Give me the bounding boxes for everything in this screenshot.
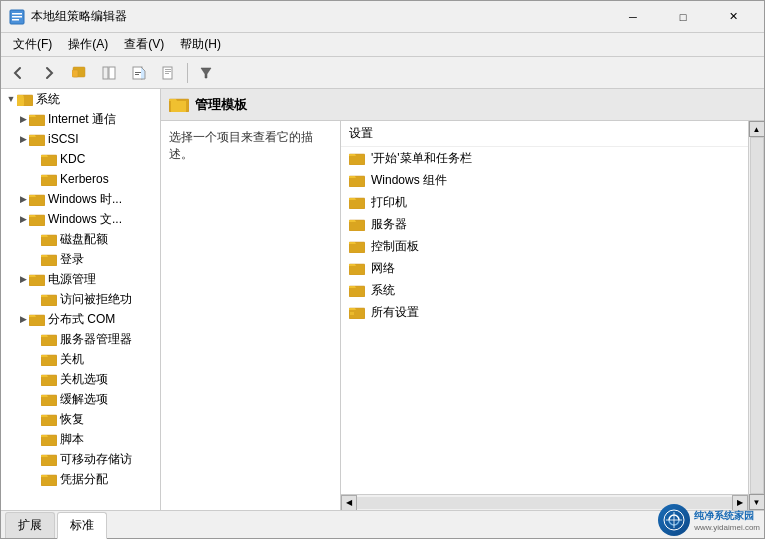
svg-rect-47 xyxy=(350,312,354,315)
settings-item-windows-components[interactable]: Windows 组件 xyxy=(341,169,748,191)
maximize-button[interactable]: □ xyxy=(660,5,706,29)
settings-item-printer[interactable]: 打印机 xyxy=(341,191,748,213)
help-button[interactable] xyxy=(155,60,183,86)
settings-item-server[interactable]: 服务器 xyxy=(341,213,748,235)
tree-item-access-denied[interactable]: ▶ 访问被拒绝功 xyxy=(1,289,160,309)
menu-help[interactable]: 帮助(H) xyxy=(172,34,229,55)
tree-item-internet[interactable]: ▶ Internet 通信 xyxy=(1,109,160,129)
close-button[interactable]: ✕ xyxy=(710,5,756,29)
right-content: 选择一个项目来查看它的描述。 设置 '开始'菜单和任务栏 xyxy=(161,121,764,510)
export-button[interactable] xyxy=(125,60,153,86)
title-bar: 本地组策略编辑器 ─ □ ✕ xyxy=(1,1,764,33)
menu-action[interactable]: 操作(A) xyxy=(60,34,116,55)
tree-item-windows-file[interactable]: ▶ Windows 文... xyxy=(1,209,160,229)
folder-icon-dcom xyxy=(29,312,45,326)
folder-icon-access-denied xyxy=(41,292,57,306)
svg-rect-38 xyxy=(171,101,186,112)
settings-label-0: '开始'菜单和任务栏 xyxy=(371,150,472,167)
settings-folder-icon-5 xyxy=(349,261,365,275)
folder-icon-windows-time xyxy=(29,192,45,206)
up-button[interactable] xyxy=(65,60,93,86)
label-shutdown: 关机 xyxy=(60,351,84,368)
tab-standard[interactable]: 标准 xyxy=(57,512,107,539)
tree-item-scripts[interactable]: ▶ 脚本 xyxy=(1,429,160,449)
tree-item-shutdown[interactable]: ▶ 关机 xyxy=(1,349,160,369)
tree-item-iscsi[interactable]: ▶ iSCSI xyxy=(1,129,160,149)
settings-folder-icon-2 xyxy=(349,195,365,209)
scroll-up-button[interactable]: ▲ xyxy=(749,121,765,137)
right-header-title: 管理模板 xyxy=(195,96,247,114)
settings-label-5: 网络 xyxy=(371,260,395,277)
scroll-track[interactable] xyxy=(750,137,764,494)
label-credentials: 凭据分配 xyxy=(60,471,108,488)
window-title: 本地组策略编辑器 xyxy=(31,8,610,25)
scroll-left-button[interactable]: ◀ xyxy=(341,495,357,511)
forward-button[interactable] xyxy=(35,60,63,86)
minimize-button[interactable]: ─ xyxy=(610,5,656,29)
logo-area: 纯净系统家园 www.yidaimei.com xyxy=(658,504,760,536)
tree-item-shutdown-opts[interactable]: ▶ 关机选项 xyxy=(1,369,160,389)
settings-item-system[interactable]: 系统 xyxy=(341,279,748,301)
menu-file[interactable]: 文件(F) xyxy=(5,34,60,55)
root-arrow: ▼ xyxy=(5,93,17,105)
settings-folder-icon-7 xyxy=(349,305,365,319)
tree-item-dcom[interactable]: ▶ 分布式 COM xyxy=(1,309,160,329)
right-header-folder-icon xyxy=(169,95,189,115)
main-area: ▼ 系统 ▶ Internet 通信 ▶ xyxy=(1,89,764,510)
menu-view[interactable]: 查看(V) xyxy=(116,34,172,55)
right-pane: 管理模板 选择一个项目来查看它的描述。 设置 xyxy=(161,89,764,510)
svg-rect-13 xyxy=(165,71,171,72)
tree-item-login[interactable]: ▶ 登录 xyxy=(1,249,160,269)
svg-rect-5 xyxy=(72,70,78,77)
main-window: 本地组策略编辑器 ─ □ ✕ 文件(F) 操作(A) 查看(V) 帮助(H) xyxy=(0,0,765,539)
tree-item-power[interactable]: ▶ 电源管理 xyxy=(1,269,160,289)
tree-root[interactable]: ▼ 系统 xyxy=(1,89,160,109)
folder-icon-shutdown xyxy=(41,352,57,366)
settings-item-all[interactable]: 所有设置 xyxy=(341,301,748,323)
settings-folder-icon-6 xyxy=(349,283,365,297)
tree-item-server-manager[interactable]: ▶ 服务器管理器 xyxy=(1,329,160,349)
settings-item-control-panel[interactable]: 控制面板 xyxy=(341,235,748,257)
label-kerberos: Kerberos xyxy=(60,172,109,186)
svg-rect-12 xyxy=(165,69,171,70)
label-iscsi: iSCSI xyxy=(48,132,79,146)
arrow-iscsi: ▶ xyxy=(17,133,29,145)
folder-icon-kdc xyxy=(41,152,57,166)
svg-marker-15 xyxy=(201,68,211,78)
svg-rect-17 xyxy=(17,97,24,106)
tree-item-credentials[interactable]: ▶ 凭据分配 xyxy=(1,469,160,489)
tab-expand[interactable]: 扩展 xyxy=(5,512,55,538)
tree-item-kdc[interactable]: ▶ KDC xyxy=(1,149,160,169)
settings-label-2: 打印机 xyxy=(371,194,407,211)
label-dcom: 分布式 COM xyxy=(48,311,115,328)
settings-item-network[interactable]: 网络 xyxy=(341,257,748,279)
tree-item-removable[interactable]: ▶ 可移动存储访 xyxy=(1,449,160,469)
bottom-bar: 扩展 标准 纯净系统家园 www.yidaimei.com xyxy=(1,510,764,538)
folder-icon-iscsi xyxy=(29,132,45,146)
toolbar-separator xyxy=(187,63,188,83)
tree-item-disk[interactable]: ▶ 磁盘配额 xyxy=(1,229,160,249)
root-folder-icon xyxy=(17,92,33,106)
label-access-denied: 访问被拒绝功 xyxy=(60,291,132,308)
root-label: 系统 xyxy=(36,91,60,108)
tree-item-kerberos[interactable]: ▶ Kerberos xyxy=(1,169,160,189)
settings-folder-icon-3 xyxy=(349,217,365,231)
folder-icon-internet xyxy=(29,112,45,126)
label-scripts: 脚本 xyxy=(60,431,84,448)
left-pane: ▼ 系统 ▶ Internet 通信 ▶ xyxy=(1,89,161,510)
arrow-windows-time: ▶ xyxy=(17,193,29,205)
svg-rect-6 xyxy=(103,67,108,79)
folder-icon-shutdown-opts xyxy=(41,372,57,386)
svg-rect-10 xyxy=(135,74,139,75)
tree-item-recovery[interactable]: ▶ 恢复 xyxy=(1,409,160,429)
folder-icon-login xyxy=(41,252,57,266)
svg-rect-3 xyxy=(12,19,19,21)
tree-item-windows-time[interactable]: ▶ Windows 时... xyxy=(1,189,160,209)
back-button[interactable] xyxy=(5,60,33,86)
tree-item-mitigation[interactable]: ▶ 缓解选项 xyxy=(1,389,160,409)
settings-item-start-menu[interactable]: '开始'菜单和任务栏 xyxy=(341,147,748,169)
svg-rect-2 xyxy=(12,16,22,18)
filter-button[interactable] xyxy=(192,60,220,86)
show-hide-button[interactable] xyxy=(95,60,123,86)
label-kdc: KDC xyxy=(60,152,85,166)
